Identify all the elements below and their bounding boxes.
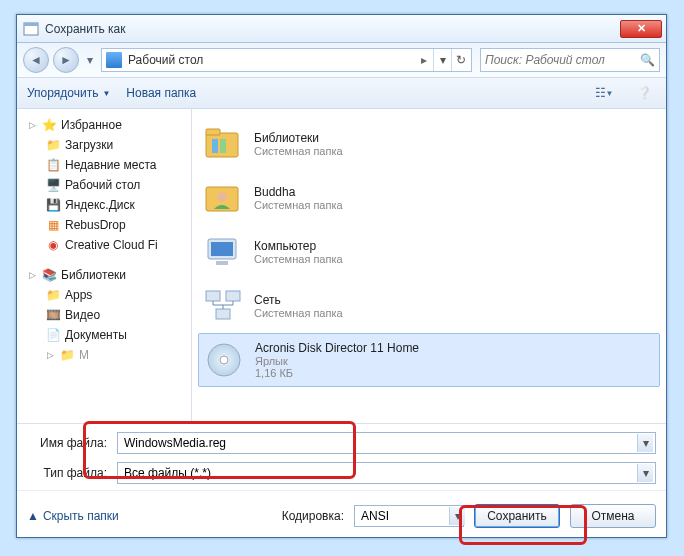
- forward-button[interactable]: ►: [53, 47, 79, 73]
- body: ▷⭐Избранное 📁Загрузки 📋Недавние места 🖥️…: [17, 109, 666, 423]
- back-button[interactable]: ◄: [23, 47, 49, 73]
- documents-icon: 📄: [45, 327, 61, 343]
- file-list: БиблиотекиСистемная папка BuddhaСистемна…: [192, 109, 666, 423]
- cc-icon: ◉: [45, 237, 61, 253]
- sidebar-item-creativecloud[interactable]: ◉Creative Cloud Fi: [19, 235, 189, 255]
- recent-icon: 📋: [45, 157, 61, 173]
- filename-dropdown[interactable]: ▾: [637, 434, 653, 452]
- close-button[interactable]: ✕: [620, 20, 662, 38]
- user-folder-icon: [202, 177, 244, 219]
- list-item[interactable]: СетьСистемная папка: [198, 279, 660, 333]
- navbar: ◄ ► ▾ Рабочий стол ▸ ▾ ↻ 🔍: [17, 43, 666, 77]
- sidebar-item-more[interactable]: ▷📁M: [19, 345, 189, 365]
- sidebar: ▷⭐Избранное 📁Загрузки 📋Недавние места 🖥️…: [17, 109, 192, 423]
- svg-rect-9: [211, 242, 233, 256]
- svg-point-15: [220, 356, 228, 364]
- sidebar-item-video[interactable]: 🎞️Видео: [19, 305, 189, 325]
- filetype-label: Тип файла:: [27, 466, 117, 480]
- search-input[interactable]: [485, 53, 640, 67]
- sidebar-item-yandex[interactable]: 💾Яндекс.Диск: [19, 195, 189, 215]
- encoding-select[interactable]: ANSI ▾: [354, 505, 464, 527]
- footer: ▲Скрыть папки Кодировка: ANSI ▾ Сохранит…: [17, 490, 666, 540]
- address-bar[interactable]: Рабочий стол ▸ ▾ ↻: [101, 48, 472, 72]
- list-item[interactable]: Acronis Disk Director 11 HomeЯрлык1,16 К…: [198, 333, 660, 387]
- folder-icon: 📁: [45, 137, 61, 153]
- organize-menu[interactable]: Упорядочить ▼: [27, 86, 110, 100]
- filetype-select[interactable]: Все файлы (*.*) ▾: [117, 462, 656, 484]
- chevron-up-icon: ▲: [27, 509, 39, 523]
- rebus-icon: ▦: [45, 217, 61, 233]
- sidebar-item-documents[interactable]: 📄Документы: [19, 325, 189, 345]
- filename-input[interactable]: [124, 436, 637, 450]
- svg-rect-13: [216, 309, 230, 319]
- list-item[interactable]: КомпьютерСистемная папка: [198, 225, 660, 279]
- view-options-button[interactable]: ☷ ▼: [592, 86, 616, 100]
- desktop-icon: [106, 52, 122, 68]
- help-button[interactable]: ❔: [632, 86, 656, 100]
- sidebar-item-desktop[interactable]: 🖥️Рабочий стол: [19, 175, 189, 195]
- libraries-icon: 📚: [41, 267, 57, 283]
- save-as-dialog: Сохранить как ✕ ◄ ► ▾ Рабочий стол ▸ ▾ ↻…: [16, 14, 667, 538]
- addr-dropdown[interactable]: ▾: [433, 49, 451, 71]
- encoding-label: Кодировка:: [282, 509, 344, 523]
- sidebar-item-apps[interactable]: 📁Apps: [19, 285, 189, 305]
- apps-icon: 📁: [45, 287, 61, 303]
- svg-rect-1: [24, 23, 38, 26]
- fields-area: Имя файла: ▾ Тип файла: Все файлы (*.*) …: [17, 423, 666, 486]
- toolbar: Упорядочить ▼ Новая папка ☷ ▼ ❔: [17, 77, 666, 109]
- history-dropdown[interactable]: ▾: [83, 50, 97, 70]
- search-icon: 🔍: [640, 53, 655, 67]
- svg-rect-12: [226, 291, 240, 301]
- list-item[interactable]: БиблиотекиСистемная папка: [198, 117, 660, 171]
- yandex-icon: 💾: [45, 197, 61, 213]
- svg-rect-11: [206, 291, 220, 301]
- svg-rect-10: [216, 261, 228, 265]
- app-icon: [23, 21, 39, 37]
- desktop-icon: 🖥️: [45, 177, 61, 193]
- search-box[interactable]: 🔍: [480, 48, 660, 72]
- cancel-button[interactable]: Отмена: [570, 504, 656, 528]
- svg-rect-3: [206, 129, 220, 135]
- libraries-folder-icon: [202, 123, 244, 165]
- svg-rect-5: [220, 139, 226, 153]
- sidebar-item-downloads[interactable]: 📁Загрузки: [19, 135, 189, 155]
- computer-icon: [202, 231, 244, 273]
- hide-folders-button[interactable]: ▲Скрыть папки: [27, 509, 119, 523]
- sidebar-item-recent[interactable]: 📋Недавние места: [19, 155, 189, 175]
- close-icon: ✕: [637, 23, 646, 34]
- list-item[interactable]: BuddhaСистемная папка: [198, 171, 660, 225]
- network-icon: [202, 285, 244, 327]
- refresh-button[interactable]: ↻: [451, 49, 469, 71]
- encoding-dropdown-btn[interactable]: ▾: [449, 507, 465, 525]
- save-button[interactable]: Сохранить: [474, 504, 560, 528]
- filetype-dropdown-btn[interactable]: ▾: [637, 464, 653, 482]
- svg-rect-4: [212, 139, 218, 153]
- video-icon: 🎞️: [45, 307, 61, 323]
- sidebar-favorites[interactable]: ▷⭐Избранное: [19, 115, 189, 135]
- filename-input-wrap: ▾: [117, 432, 656, 454]
- address-text: Рабочий стол: [128, 53, 415, 67]
- sidebar-item-rebusdrop[interactable]: ▦RebusDrop: [19, 215, 189, 235]
- sidebar-libraries[interactable]: ▷📚Библиотеки: [19, 265, 189, 285]
- svg-point-7: [217, 192, 227, 202]
- breadcrumb-chevron[interactable]: ▸: [415, 53, 433, 67]
- titlebar: Сохранить как ✕: [17, 15, 666, 43]
- filename-label: Имя файла:: [27, 436, 117, 450]
- disk-icon: [203, 339, 245, 381]
- star-icon: ⭐: [41, 117, 57, 133]
- new-folder-button[interactable]: Новая папка: [126, 86, 196, 100]
- window-title: Сохранить как: [45, 22, 620, 36]
